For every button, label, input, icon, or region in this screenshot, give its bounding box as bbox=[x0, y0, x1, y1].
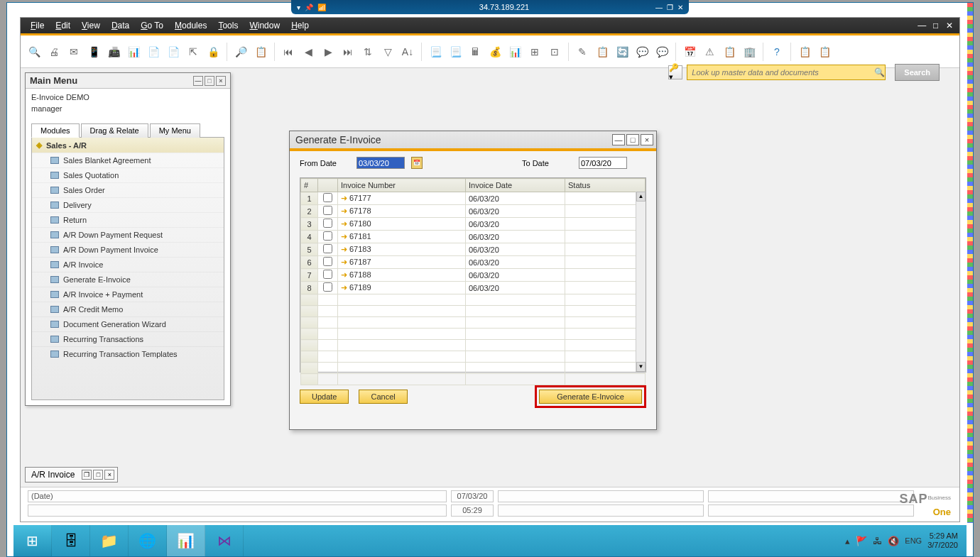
table-row[interactable] bbox=[301, 306, 646, 317]
alert-icon[interactable]: ⚠ bbox=[702, 44, 717, 60]
link-arrow-icon[interactable]: ➜ bbox=[341, 232, 347, 241]
minimize-icon[interactable]: — bbox=[655, 4, 663, 11]
row-checkbox[interactable] bbox=[323, 270, 332, 279]
menu-goto[interactable]: Go To bbox=[135, 21, 169, 31]
tree-item[interactable]: A/R Down Payment Invoice bbox=[32, 242, 224, 257]
close-icon[interactable]: × bbox=[104, 470, 114, 480]
help-icon[interactable]: ? bbox=[769, 44, 785, 60]
table-row[interactable] bbox=[301, 329, 646, 340]
row-checkbox[interactable] bbox=[323, 282, 332, 292]
row-checkbox[interactable] bbox=[323, 257, 332, 266]
context2-icon[interactable]: 📋 bbox=[817, 44, 832, 60]
close-icon[interactable]: × bbox=[641, 134, 653, 145]
taskbar-sap[interactable]: 📊 bbox=[167, 525, 205, 556]
menu-view[interactable]: View bbox=[76, 21, 106, 31]
pin-icon[interactable]: 📌 bbox=[305, 4, 313, 11]
calendar-icon[interactable]: 📅 bbox=[682, 44, 697, 60]
taskbar-server-manager[interactable]: 🗄 bbox=[52, 525, 90, 556]
row-checkbox[interactable] bbox=[323, 231, 332, 241]
key-dropdown-icon[interactable]: 🔑▾ bbox=[668, 65, 682, 79]
einvoice-titlebar[interactable]: Generate E-Invoice — □ × bbox=[290, 131, 656, 148]
row-checkbox[interactable] bbox=[323, 244, 332, 253]
sms-icon[interactable]: 📱 bbox=[86, 44, 102, 60]
minimize-icon[interactable]: — bbox=[916, 21, 927, 31]
col-check[interactable] bbox=[318, 179, 338, 192]
tray-up-icon[interactable]: ▴ bbox=[845, 536, 850, 546]
restore-icon[interactable]: ❐ bbox=[667, 4, 673, 11]
row-checkbox[interactable] bbox=[323, 206, 332, 215]
first-icon[interactable]: ⏮ bbox=[281, 44, 296, 60]
tab-drag-relate[interactable]: Drag & Relate bbox=[81, 123, 148, 138]
row-checkbox[interactable] bbox=[323, 193, 332, 202]
sort-icon[interactable]: A↓ bbox=[400, 44, 415, 60]
cell-invoice-number[interactable]: ➜67181 bbox=[338, 231, 466, 243]
pin-icon[interactable]: ▾ bbox=[297, 4, 300, 11]
cell-invoice-number[interactable]: ➜67183 bbox=[338, 243, 466, 256]
close-icon[interactable]: ✕ bbox=[944, 21, 955, 31]
tree-item[interactable]: Generate E-Invoice bbox=[32, 272, 224, 287]
tray-lang[interactable]: ENG bbox=[905, 536, 922, 545]
link-arrow-icon[interactable]: ➜ bbox=[341, 283, 347, 292]
layout-icon[interactable]: ⊞ bbox=[527, 44, 543, 60]
menu-modules[interactable]: Modules bbox=[169, 21, 212, 31]
scroll-up-icon[interactable]: ▲ bbox=[636, 192, 646, 202]
table-row[interactable]: 3➜6718006/03/20 bbox=[301, 218, 646, 231]
table-row[interactable] bbox=[301, 317, 646, 329]
taskbar-clock[interactable]: 5:29 AM 3/7/2020 bbox=[927, 531, 961, 550]
cell-invoice-number[interactable]: ➜67187 bbox=[338, 256, 466, 269]
to-date-input[interactable] bbox=[579, 157, 627, 169]
menu-edit[interactable]: Edit bbox=[50, 21, 76, 31]
new-activity-icon[interactable]: 📋 bbox=[594, 44, 610, 60]
table-row[interactable]: 4➜6718106/03/20 bbox=[301, 231, 646, 243]
branch-icon[interactable]: 🏢 bbox=[741, 44, 757, 60]
cell-invoice-number[interactable]: ➜67189 bbox=[338, 282, 466, 294]
table-row[interactable]: 8➜6718906/03/20 bbox=[301, 282, 646, 294]
link-arrow-icon[interactable]: ➜ bbox=[341, 194, 347, 202]
link-arrow-icon[interactable]: ➜ bbox=[341, 258, 347, 266]
start-button[interactable]: ⊞ bbox=[13, 525, 52, 556]
find-icon[interactable]: 🔎 bbox=[233, 44, 249, 60]
funnel-icon[interactable]: ▽ bbox=[380, 44, 396, 60]
taskbar-visualstudio[interactable]: ⋈ bbox=[205, 525, 244, 556]
maximize-icon[interactable]: □ bbox=[626, 134, 639, 145]
cell-invoice-number[interactable]: ➜67177 bbox=[338, 192, 466, 205]
maximize-icon[interactable]: □ bbox=[205, 76, 214, 86]
fax-icon[interactable]: 📠 bbox=[106, 44, 121, 60]
tray-flag-icon[interactable]: 🚩 bbox=[856, 536, 867, 546]
tree-item[interactable]: A/R Down Payment Request bbox=[32, 227, 224, 242]
tree-item[interactable]: A/R Invoice bbox=[32, 257, 224, 272]
default-icon[interactable]: 📋 bbox=[722, 44, 737, 60]
base-icon[interactable]: ⊡ bbox=[547, 44, 562, 60]
menu-file[interactable]: File bbox=[25, 21, 50, 31]
table-row[interactable]: 1➜6717706/03/20 bbox=[301, 192, 646, 205]
maximize-icon[interactable]: □ bbox=[930, 21, 942, 31]
tree-item[interactable]: Recurring Transaction Templates bbox=[32, 346, 224, 361]
scroll-down-icon[interactable]: ▼ bbox=[636, 362, 646, 372]
minimize-icon[interactable]: — bbox=[612, 134, 625, 145]
tree-item[interactable]: Sales Order bbox=[32, 182, 224, 197]
minimized-ar-invoice[interactable]: A/R Invoice ❐ □ × bbox=[25, 467, 118, 482]
cell-invoice-number[interactable]: ➜67178 bbox=[338, 205, 466, 218]
table-row[interactable]: 6➜6718706/03/20 bbox=[301, 256, 646, 269]
maximize-icon[interactable]: □ bbox=[93, 470, 103, 480]
tree-item[interactable]: A/R Invoice + Payment bbox=[32, 287, 224, 302]
tree-item[interactable]: Document Generation Wizard bbox=[32, 316, 224, 331]
chat-icon[interactable]: 💬 bbox=[634, 44, 650, 60]
word-icon[interactable]: 📄 bbox=[146, 44, 161, 60]
add-icon[interactable]: 📋 bbox=[253, 44, 268, 60]
link-arrow-icon[interactable]: ➜ bbox=[341, 245, 347, 253]
search-input[interactable] bbox=[687, 65, 886, 80]
lock-icon[interactable]: 🔒 bbox=[205, 44, 221, 60]
taskbar-explorer[interactable]: 📁 bbox=[90, 525, 129, 556]
col-invoice-date[interactable]: Invoice Date bbox=[466, 179, 565, 192]
tree-item[interactable]: Delivery bbox=[32, 197, 224, 212]
context-icon[interactable]: 📋 bbox=[797, 44, 812, 60]
minimize-icon[interactable]: — bbox=[193, 76, 203, 86]
excel-icon[interactable]: 📊 bbox=[126, 44, 141, 60]
trans-icon[interactable]: 📊 bbox=[507, 44, 523, 60]
table-row[interactable] bbox=[301, 294, 646, 306]
link-arrow-icon[interactable]: ➜ bbox=[341, 270, 347, 279]
menu-window[interactable]: Window bbox=[244, 21, 285, 31]
tree-item[interactable]: Sales Blanket Agreement bbox=[32, 153, 224, 167]
calendar-icon[interactable]: 📅 bbox=[411, 157, 423, 169]
